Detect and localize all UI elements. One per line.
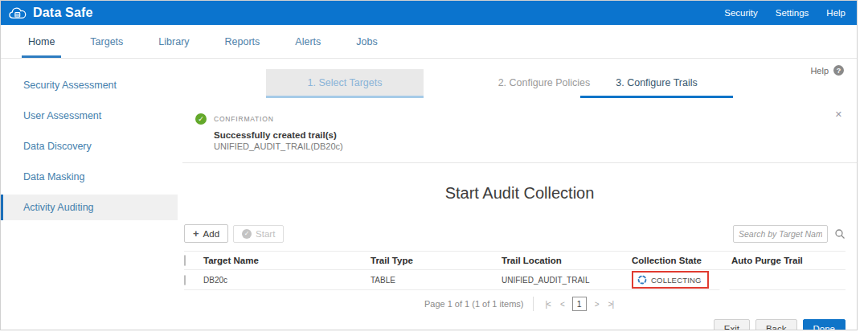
search-input[interactable] — [733, 225, 828, 243]
search-area — [733, 225, 845, 243]
wizard-footer-buttons: Exit Back Done — [182, 319, 857, 330]
tab-jobs[interactable]: Jobs — [353, 25, 380, 58]
add-button[interactable]: + Add — [184, 224, 228, 243]
plus-icon: + — [193, 228, 199, 239]
collecting-annotation-box: COLLECTING — [632, 271, 709, 289]
exit-button[interactable]: Exit — [714, 319, 750, 330]
current-page-button[interactable]: 1 — [572, 297, 587, 311]
brand: Data Safe — [9, 6, 93, 20]
page-title: Start Audit Collection — [182, 184, 857, 203]
close-icon[interactable]: ✕ — [835, 109, 842, 120]
tab-reports[interactable]: Reports — [222, 25, 264, 58]
pagination-summary: Page 1 of 1 (1 of 1 items) — [424, 299, 524, 309]
start-button-label: Start — [256, 229, 275, 239]
cell-trail-location: UNIFIED_AUDIT_TRAIL — [502, 276, 632, 285]
last-page-icon[interactable]: >| — [607, 300, 615, 309]
main-content: Help ? 1. Select Targets 2. Configure Po… — [178, 59, 857, 330]
topbar-links: Security Settings Help — [724, 8, 845, 18]
sidebar-item-data-masking[interactable]: Data Masking — [1, 162, 178, 192]
wizard-step-select-targets[interactable]: 1. Select Targets — [266, 69, 424, 98]
tab-home[interactable]: Home — [25, 25, 58, 58]
cloud-database-icon — [9, 6, 27, 19]
col-header-collection-state: Collection State — [632, 256, 731, 265]
table-header-row: Target Name Trail Type Trail Location Co… — [184, 251, 845, 270]
col-header-trail-type: Trail Type — [371, 256, 502, 265]
sidebar-item-data-discovery[interactable]: Data Discovery — [1, 131, 178, 162]
sidebar: Security Assessment User Assessment Data… — [1, 59, 178, 330]
topbar-link-help[interactable]: Help — [826, 8, 845, 18]
confirmation-kind: CONFIRMATION — [214, 115, 343, 123]
select-all-checkbox[interactable] — [184, 255, 186, 266]
cell-target-name: DB20c — [203, 276, 371, 285]
previous-page-icon[interactable]: < — [559, 300, 566, 309]
wizard-step-configure-trails[interactable]: 3. Configure Trails — [580, 69, 733, 98]
topbar-link-security[interactable]: Security — [724, 8, 758, 18]
confirmation-banner: ✓ CONFIRMATION Successfully created trai… — [182, 105, 857, 163]
start-button[interactable]: ✓ Start — [233, 225, 284, 243]
search-icon[interactable] — [834, 228, 845, 240]
tab-targets[interactable]: Targets — [87, 25, 126, 58]
app-window: Data Safe Security Settings Help Home Ta… — [0, 0, 858, 330]
table-row: DB20c TABLE UNIFIED_AUDIT_TRAIL COLLECTI… — [184, 270, 845, 290]
cell-trail-type: TABLE — [371, 276, 502, 285]
sidebar-item-activity-auditing[interactable]: Activity Auditing — [1, 195, 178, 220]
done-button[interactable]: Done — [803, 319, 846, 330]
row-checkbox[interactable] — [184, 275, 186, 285]
col-header-trail-location: Trail Location — [502, 256, 632, 265]
top-bar: Data Safe Security Settings Help — [1, 1, 857, 25]
trails-table: Target Name Trail Type Trail Location Co… — [182, 251, 857, 290]
wizard-steps: 1. Select Targets 2. Configure Policies … — [182, 69, 857, 98]
sidebar-item-security-assessment[interactable]: Security Assessment — [1, 70, 178, 100]
toolbar: + Add ✓ Start — [182, 224, 857, 243]
topbar-link-settings[interactable]: Settings — [776, 8, 809, 18]
pagination-divider — [533, 297, 534, 311]
confirmation-title: Successfully created trail(s) — [214, 130, 343, 140]
start-check-circle-icon: ✓ — [242, 229, 252, 239]
sidebar-item-user-assessment[interactable]: User Assessment — [1, 100, 178, 131]
next-page-icon[interactable]: > — [593, 300, 600, 309]
back-button[interactable]: Back — [755, 319, 797, 330]
col-header-auto-purge-trail: Auto Purge Trail — [731, 256, 845, 265]
tab-alerts[interactable]: Alerts — [292, 25, 324, 58]
main-nav-tabs: Home Targets Library Reports Alerts Jobs — [1, 25, 857, 59]
first-page-icon[interactable]: |< — [543, 300, 551, 309]
col-header-target-name: Target Name — [203, 256, 371, 265]
collection-state-label: COLLECTING — [651, 276, 702, 285]
add-button-label: Add — [203, 229, 219, 239]
app-title: Data Safe — [33, 6, 93, 20]
toggle-knob — [719, 281, 731, 293]
tab-library[interactable]: Library — [155, 25, 192, 58]
confirmation-detail: UNIFIED_AUDIT_TRAIL(DB20c) — [214, 141, 343, 151]
check-circle-icon: ✓ — [195, 113, 207, 125]
cell-collection-state: COLLECTING — [632, 271, 731, 289]
pagination: Page 1 of 1 (1 of 1 items) |< < 1 > >| — [182, 297, 857, 311]
spinner-icon — [637, 275, 647, 285]
